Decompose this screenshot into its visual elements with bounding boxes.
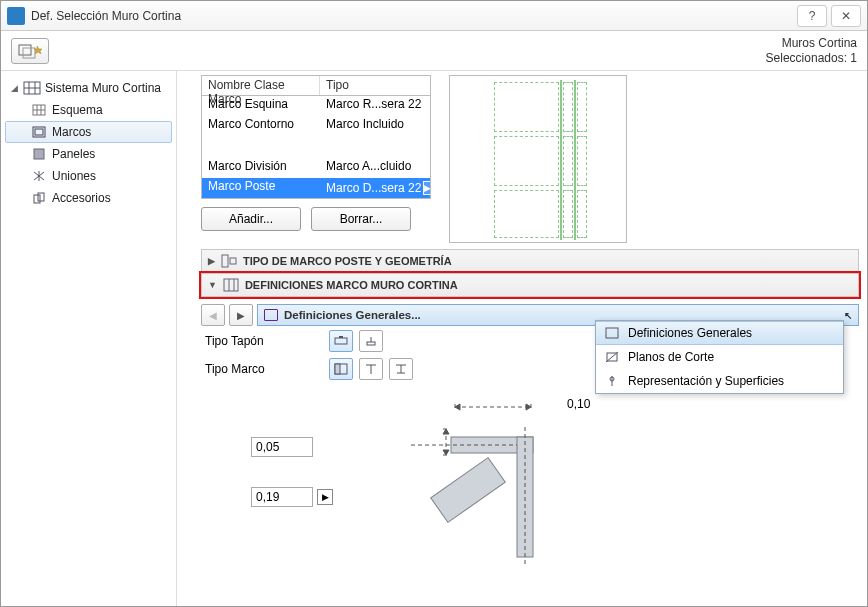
sidebar-item-label: Uniones	[52, 169, 96, 183]
geometry-icon	[221, 254, 237, 268]
sidebar: ◢ Sistema Muro Cortina Esquema Marcos Pa…	[1, 71, 177, 606]
sidebar-item-label: Paneles	[52, 147, 95, 161]
svg-rect-24	[339, 336, 343, 338]
table-header: Nombre Clase Marco Tipo	[202, 76, 430, 96]
popup-item-label: Definiciones Generales	[628, 326, 752, 340]
sidebar-item-label: Marcos	[52, 125, 91, 139]
panel-icon	[30, 147, 48, 161]
cap-type-group	[329, 330, 383, 352]
table-row[interactable]: Marco División Marco A...cluido	[202, 158, 430, 178]
svg-rect-19	[230, 258, 236, 264]
favorite-button[interactable]	[11, 38, 49, 64]
dim-value-right: 0,10	[567, 397, 590, 411]
frame-type-1[interactable]	[329, 358, 353, 380]
svg-rect-1	[23, 48, 35, 58]
sidebar-item-label: Esquema	[52, 103, 103, 117]
table-row-gap	[202, 136, 430, 158]
accordion-label: DEFINICIONES MARCO MURO CORTINA	[245, 279, 458, 291]
table-row[interactable]: Marco Contorno Marco Incluido	[202, 116, 430, 136]
sidebar-item-esquema[interactable]: Esquema	[5, 99, 172, 121]
selection-status: Muros Cortina Seleccionados: 1	[766, 36, 857, 65]
preview-pane	[449, 75, 627, 243]
window-title: Def. Selección Muro Cortina	[31, 9, 181, 23]
frame-class-table: Nombre Clase Marco Tipo Marco Esquina Ma…	[201, 75, 431, 199]
svg-rect-0	[19, 45, 31, 55]
th-name: Nombre Clase Marco	[202, 76, 320, 95]
frame-icon	[30, 125, 48, 139]
add-button[interactable]: Añadir...	[201, 207, 301, 231]
chevron-right-icon: ▶	[208, 256, 215, 266]
rect-icon	[604, 326, 620, 340]
sidebar-item-paneles[interactable]: Paneles	[5, 143, 172, 165]
cap-type-1[interactable]	[329, 330, 353, 352]
favorite-icon	[18, 43, 42, 59]
accessory-icon	[30, 191, 48, 205]
rect-icon	[264, 309, 278, 321]
sidebar-item-uniones[interactable]: Uniones	[5, 165, 172, 187]
section-dropdown-popup: Definiciones Generales Planos de Corte R…	[595, 320, 844, 394]
cap-type-2[interactable]	[359, 330, 383, 352]
svg-rect-28	[335, 364, 340, 374]
popup-item-definiciones[interactable]: Definiciones Generales	[596, 321, 843, 345]
label-tipo-tapon: Tipo Tapón	[205, 334, 315, 348]
svg-rect-18	[222, 255, 228, 267]
sidebar-item-label: Accesorios	[52, 191, 111, 205]
svg-rect-17	[38, 193, 44, 201]
accordion: ▶ TIPO DE MARCO POSTE Y GEOMETRÍA ▼ DEFI…	[201, 249, 859, 297]
section-icon	[604, 350, 620, 364]
svg-rect-12	[34, 149, 44, 159]
cursor-icon: ↖	[844, 310, 852, 321]
nav-next-button[interactable]: ▶	[229, 304, 253, 326]
frame-type-3[interactable]	[389, 358, 413, 380]
svg-rect-36	[431, 458, 506, 523]
toolbar: Muros Cortina Seleccionados: 1	[1, 31, 867, 71]
dim-input-2[interactable]	[251, 487, 313, 507]
accordion-geometry[interactable]: ▶ TIPO DE MARCO POSTE Y GEOMETRÍA	[201, 249, 859, 273]
dim-input-1[interactable]	[251, 437, 313, 457]
table-row[interactable]: Marco Esquina Marco R...sera 22	[202, 96, 430, 116]
titlebar: Def. Selección Muro Cortina ? ✕	[1, 1, 867, 31]
svg-rect-23	[335, 338, 347, 344]
collapse-icon: ◢	[9, 83, 19, 93]
frame-type-group	[329, 358, 413, 380]
delete-button[interactable]: Borrar...	[311, 207, 411, 231]
close-button[interactable]: ✕	[831, 5, 861, 27]
svg-rect-25	[367, 342, 375, 345]
repr-icon	[604, 374, 620, 388]
section-dropdown-label: Definiciones Generales...	[284, 309, 421, 321]
label-tipo-marco: Tipo Marco	[205, 362, 315, 376]
accordion-label: TIPO DE MARCO POSTE Y GEOMETRÍA	[243, 255, 452, 267]
svg-rect-11	[35, 129, 43, 135]
table-row[interactable]: Marco Poste Marco D...sera 22▶	[202, 178, 430, 198]
junction-icon	[30, 169, 48, 183]
popup-item-planos[interactable]: Planos de Corte	[596, 345, 843, 369]
th-type: Tipo	[320, 76, 430, 95]
sidebar-item-marcos[interactable]: Marcos	[5, 121, 172, 143]
accordion-definitions[interactable]: ▼ DEFINICIONES MARCO MURO CORTINA	[201, 273, 859, 297]
tree-root-label: Sistema Muro Cortina	[45, 81, 161, 95]
status-line2: Seleccionados: 1	[766, 51, 857, 65]
svg-rect-45	[606, 328, 618, 338]
svg-rect-16	[34, 195, 40, 203]
dim-arrow-button[interactable]: ▶	[317, 489, 333, 505]
frame-section-drawing	[331, 387, 671, 587]
row-arrow-button[interactable]: ▶	[423, 181, 430, 195]
popup-item-label: Representación y Superficies	[628, 374, 784, 388]
sidebar-item-accesorios[interactable]: Accesorios	[5, 187, 172, 209]
popup-item-representacion[interactable]: Representación y Superficies	[596, 369, 843, 393]
app-icon	[7, 7, 25, 25]
definitions-icon	[223, 278, 239, 292]
curtainwall-icon	[23, 81, 41, 95]
svg-rect-20	[224, 279, 238, 291]
status-line1: Muros Cortina	[766, 36, 857, 50]
help-button[interactable]: ?	[797, 5, 827, 27]
chevron-down-icon: ▼	[208, 280, 217, 290]
nav-prev-button[interactable]: ◀	[201, 304, 225, 326]
geometry-diagram: 0,10 ▶	[201, 387, 859, 597]
popup-item-label: Planos de Corte	[628, 350, 714, 364]
grid-icon	[30, 103, 48, 117]
frame-class-column: Nombre Clase Marco Tipo Marco Esquina Ma…	[201, 75, 431, 243]
frame-type-2[interactable]	[359, 358, 383, 380]
tree-root[interactable]: ◢ Sistema Muro Cortina	[5, 77, 172, 99]
dialog-window: Def. Selección Muro Cortina ? ✕ Muros Co…	[0, 0, 868, 607]
